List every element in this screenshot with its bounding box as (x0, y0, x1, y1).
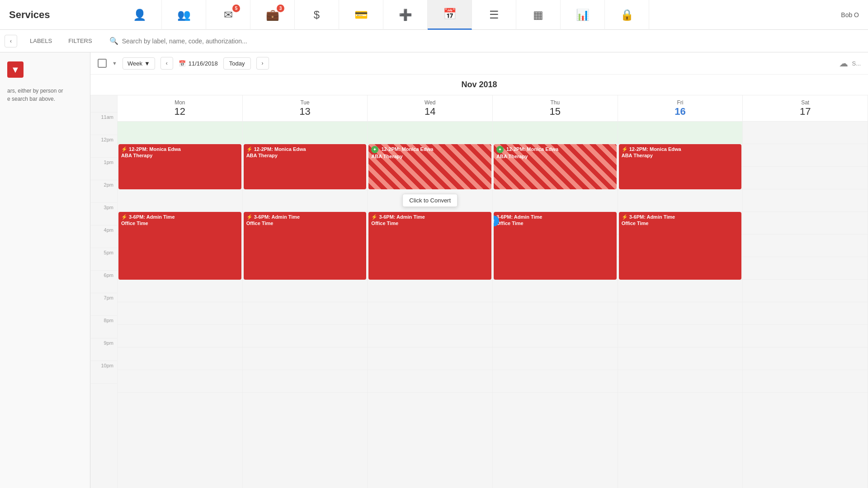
sidebar-hint-text: ars, either by person ore search bar abo… (7, 88, 63, 102)
hour-2pm-mon (118, 189, 242, 212)
time-9pm: 9pm (90, 338, 117, 361)
week-dropdown[interactable]: Week ▼ (123, 57, 155, 70)
checkbox-arrow[interactable]: ▼ (112, 61, 117, 66)
hour-11am-tue (243, 122, 368, 144)
event-admin-fri[interactable]: ⚡ 3-6PM: Admin TimeOffice Time (619, 212, 742, 280)
day-tue-name: Tue (300, 99, 309, 106)
mail-badge: 5 (232, 5, 240, 12)
time-column: 11am 12pm 1pm 2pm 3pm 4pm 5pm 6pm 7pm 8p… (90, 95, 118, 488)
event-admin-mon[interactable]: ⚡ 3-6PM: Admin TimeOffice Time (118, 212, 241, 280)
day-fri-num: 16 (675, 106, 685, 117)
hour-11am-sat (743, 122, 868, 144)
hour-10pm-fri (618, 370, 743, 393)
event-aba-wed[interactable]: ✦ 12-2PM: Monica EdwaABA Therapy (368, 144, 491, 189)
prev-week-button[interactable]: ‹ (160, 57, 173, 70)
nav-user[interactable]: Bob O (832, 11, 868, 19)
main-layout: ▼ ars, either by person ore search bar a… (0, 52, 868, 488)
day-sat-header: Sat 17 (743, 95, 868, 122)
day-tue-num: 13 (299, 106, 310, 117)
nav-icons: 👤 👥 ✉ 5 💼 3 $ 💳 ➕ 📅 ☰ ▦ 📊 🔒 (118, 0, 832, 30)
labels-nav[interactable]: LABELS (26, 38, 56, 44)
next-week-button[interactable]: › (256, 57, 269, 70)
day-thu: Thu 15 (493, 95, 618, 488)
sidebar: ▼ ars, either by person ore search bar a… (0, 52, 90, 488)
nav-list[interactable]: ☰ (472, 0, 516, 30)
today-button[interactable]: Today (223, 57, 251, 70)
event-admin-mon-title: 3-6PM: Admin TimeOffice Time (121, 214, 175, 226)
nav-person[interactable]: 👤 (118, 0, 162, 30)
toolbar-right: ☁ S... (839, 58, 861, 69)
time-6pm: 6pm (90, 271, 117, 293)
hour-11am-fri (618, 122, 743, 144)
nav-table[interactable]: ▦ (516, 0, 561, 30)
event-aba-thu[interactable]: ✦ 12-2PM: Monica EdwaABA Therapy (494, 144, 617, 189)
nav-lock[interactable]: 🔒 (605, 0, 649, 30)
hour-9pm-tue (243, 347, 368, 370)
event-aba-mon-title: 12-2PM: Monica EdwaABA Therapy (121, 146, 181, 158)
event-aba-fri[interactable]: ⚡ 12-2PM: Monica EdwaABA Therapy (619, 144, 742, 189)
day-tue: Tue 13 (243, 95, 368, 488)
event-admin-fri-title: 3-6PM: Admin TimeOffice Time (622, 214, 675, 226)
cloud-icon[interactable]: ☁ (839, 58, 848, 69)
hour-10pm-sat (743, 370, 868, 393)
hour-1pm-sat (743, 167, 868, 189)
hour-9pm-fri (618, 347, 743, 370)
hour-12pm-sat (743, 144, 868, 167)
day-mon: Mon 12 (118, 95, 243, 488)
nav-payment[interactable]: 💳 (339, 0, 383, 30)
event-aba-tue[interactable]: ⚡ 12-2PM: Monica EdwaABA Therapy (244, 144, 367, 189)
day-sat: Sat 17 (743, 95, 868, 488)
add-button[interactable]: ▼ (7, 61, 24, 78)
event-admin-thu[interactable]: ↑ 3-6PM: Admin TimeOffice Time (494, 212, 617, 280)
lightning-icon-tue2: ⚡ (246, 214, 253, 220)
hour-10pm-thu (493, 370, 618, 393)
hour-8pm-mon (118, 325, 242, 347)
days-area: Mon 12 (118, 95, 868, 488)
nav-plus[interactable]: ➕ (383, 0, 428, 30)
tooltip-text: Click to Convert (409, 197, 451, 204)
hour-8pm-wed (368, 325, 492, 347)
toolbar-extra: S... (852, 60, 861, 67)
day-fri-name: Fri (677, 99, 684, 106)
nav-dollar[interactable]: $ (295, 0, 339, 30)
event-admin-tue[interactable]: ⚡ 3-6PM: Admin TimeOffice Time (244, 212, 367, 280)
month-header: Nov 2018 (90, 75, 868, 95)
time-8pm: 8pm (90, 316, 117, 338)
day-thu-name: Thu (551, 99, 560, 106)
time-4pm: 4pm (90, 225, 117, 248)
hour-6pm-tue (243, 280, 368, 302)
event-admin-wed[interactable]: ⚡ 3-6PM: Admin TimeOffice Time (368, 212, 491, 280)
click-to-convert-tooltip[interactable]: Click to Convert (402, 194, 458, 207)
time-spacer (90, 95, 117, 113)
day-fri: Fri 16 (618, 95, 743, 488)
time-1pm: 1pm (90, 158, 117, 180)
nav-calendar[interactable]: 📅 (428, 0, 472, 30)
select-all-checkbox[interactable] (98, 59, 107, 68)
nav-mail[interactable]: ✉ 5 (206, 0, 250, 30)
filters-nav[interactable]: FILTERS (65, 38, 96, 44)
time-12pm: 12pm (90, 135, 117, 158)
lightning-icon-fri2: ⚡ (622, 214, 628, 220)
time-7pm: 7pm (90, 293, 117, 316)
nav-briefcase[interactable]: 💼 3 (250, 0, 295, 30)
day-mon-name: Mon (175, 99, 185, 106)
day-sat-num: 17 (800, 106, 811, 117)
hour-8pm-thu (493, 325, 618, 347)
calendar-area: ▼ Week ▼ ‹ 📅 11/16/2018 Today › ☁ S... N… (90, 52, 868, 488)
time-3pm: 3pm (90, 203, 117, 225)
day-wed-num: 14 (425, 106, 435, 117)
sidebar-toggle[interactable]: ‹ (5, 35, 17, 47)
nav-group[interactable]: 👥 (162, 0, 206, 30)
event-aba-mon[interactable]: ⚡ 12-2PM: Monica EdwaABA Therapy (118, 144, 241, 189)
hour-3pm-sat (743, 212, 868, 235)
day-sat-name: Sat (801, 99, 809, 106)
day-tue-header: Tue 13 (243, 95, 368, 122)
nav-chart[interactable]: 📊 (561, 0, 605, 30)
search-input[interactable] (122, 38, 426, 45)
day-thu-num: 15 (550, 106, 561, 117)
hour-7pm-fri (618, 302, 743, 325)
day-wed-body: ✦ 12-2PM: Monica EdwaABA Therapy Click t… (368, 122, 492, 393)
time-11am: 11am (90, 113, 117, 135)
calendar-grid[interactable]: 11am 12pm 1pm 2pm 3pm 4pm 5pm 6pm 7pm 8p… (90, 95, 868, 488)
green-badge-thu: ✦ (496, 146, 504, 153)
